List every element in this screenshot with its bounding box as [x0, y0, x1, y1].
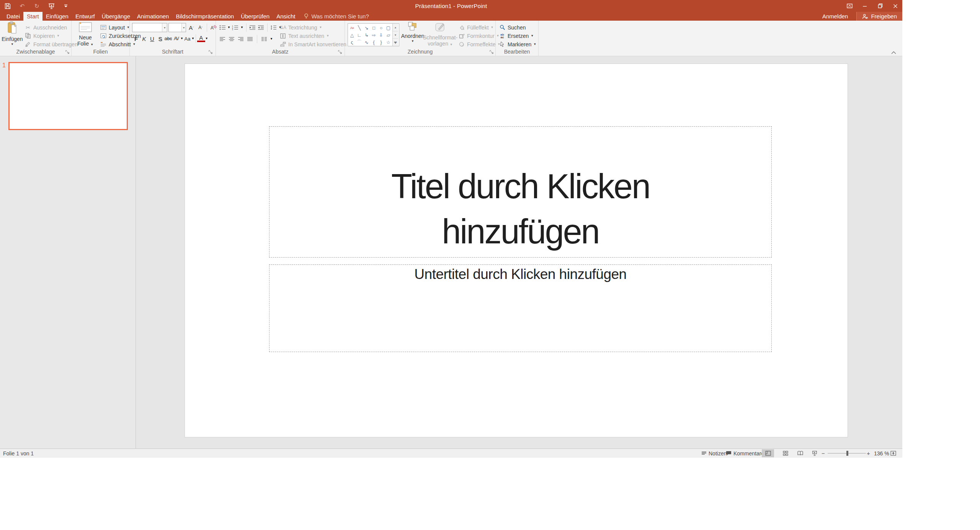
- dropdown-caret-icon[interactable]: ▼: [180, 37, 183, 40]
- share-button[interactable]: Freigeben: [856, 12, 902, 21]
- rounded-rectangle-shape[interactable]: ▢: [385, 24, 392, 31]
- paragraph-dialog-launcher-icon[interactable]: [338, 50, 343, 55]
- reading-view-icon[interactable]: [794, 449, 806, 457]
- convert-smartart-button[interactable]: In SmartArt konvertieren ▼: [279, 40, 351, 48]
- tab-datei[interactable]: Datei: [3, 12, 23, 21]
- font-color-button[interactable]: A: [197, 35, 205, 42]
- align-text-button[interactable]: Text ausrichten ▼: [279, 32, 329, 40]
- font-name-combo[interactable]: ▼: [132, 23, 167, 32]
- elbow-shape[interactable]: ∟: [356, 31, 363, 39]
- tab-uebergaenge[interactable]: Übergänge: [98, 12, 134, 21]
- font-name-input[interactable]: [132, 23, 162, 32]
- font-dialog-launcher-icon[interactable]: [208, 50, 213, 55]
- zoom-out-button[interactable]: −: [822, 449, 825, 458]
- comments-button[interactable]: Kommentare: [726, 449, 764, 458]
- align-right-icon[interactable]: [237, 36, 244, 42]
- dropdown-caret-icon[interactable]: ▼: [205, 37, 208, 40]
- text-box-shape[interactable]: A≡: [348, 24, 356, 31]
- isosceles-triangle-shape[interactable]: △: [348, 31, 356, 39]
- zoom-level[interactable]: 136 %: [874, 449, 889, 458]
- restore-icon[interactable]: [877, 3, 883, 9]
- right-brace-shape[interactable]: }: [377, 39, 385, 46]
- find-button[interactable]: Suchen: [499, 23, 526, 31]
- normal-view-icon[interactable]: [762, 449, 774, 457]
- layout-button[interactable]: Layout ▼: [100, 23, 130, 31]
- arrange-button[interactable]: Anordnen ▼: [402, 21, 424, 51]
- line-shape[interactable]: ╲: [356, 24, 363, 31]
- star-shape[interactable]: ☆: [385, 39, 392, 46]
- justify-icon[interactable]: [247, 36, 253, 42]
- arrow-shape[interactable]: ↘: [363, 24, 370, 31]
- chevron-down-icon[interactable]: ▼: [162, 23, 167, 32]
- zoom-slider[interactable]: [828, 453, 866, 453]
- dropdown-caret-icon[interactable]: ▼: [227, 26, 230, 29]
- slide-thumbnail-panel[interactable]: 1: [0, 56, 136, 448]
- slide-counter[interactable]: Folie 1 von 1: [3, 449, 34, 458]
- decrease-indent-icon[interactable]: [249, 24, 256, 31]
- tab-entwurf[interactable]: Entwurf: [72, 12, 98, 21]
- dropdown-caret-icon[interactable]: ▼: [240, 26, 243, 29]
- tab-bildschirmpraesentation[interactable]: Bildschirmpräsentation: [172, 12, 237, 21]
- tab-ansicht[interactable]: Ansicht: [273, 12, 299, 21]
- italic-button[interactable]: K: [140, 34, 148, 43]
- increase-font-size-button[interactable]: Aˆ: [187, 23, 195, 32]
- elbow-arrow-shape[interactable]: ↳: [363, 31, 370, 39]
- shape-outline-button[interactable]: Formkontur ▼: [458, 32, 500, 40]
- align-left-icon[interactable]: [219, 36, 226, 42]
- right-arrow-shape[interactable]: ⇨: [370, 31, 377, 39]
- underline-button[interactable]: U: [148, 34, 156, 43]
- shape-fill-button[interactable]: Fülleffekt ▼: [458, 23, 493, 31]
- increase-indent-icon[interactable]: [258, 24, 265, 31]
- drawing-dialog-launcher-icon[interactable]: [489, 50, 494, 55]
- quick-styles-button[interactable]: Schnellformat- vorlagen ▼: [424, 21, 457, 51]
- cut-button[interactable]: ✂ Ausschneiden: [24, 23, 67, 31]
- oval-shape[interactable]: ○: [377, 24, 385, 31]
- callout-shape[interactable]: ▱: [385, 31, 392, 39]
- new-slide-button[interactable]: * Neue Folie ▼: [74, 21, 97, 51]
- collapse-ribbon-icon[interactable]: [891, 51, 896, 54]
- tab-ueberpruefen[interactable]: Überprüfen: [237, 12, 273, 21]
- slideshow-icon[interactable]: [808, 449, 821, 457]
- slide-thumbnail-selected[interactable]: [8, 62, 128, 130]
- text-shadow-button[interactable]: S: [156, 34, 164, 43]
- curve-shape[interactable]: ∿: [363, 39, 370, 46]
- font-size-input[interactable]: [169, 23, 181, 32]
- close-icon[interactable]: [892, 3, 898, 9]
- dropdown-caret-icon[interactable]: ▼: [191, 37, 194, 40]
- font-size-combo[interactable]: ▼: [168, 23, 186, 32]
- sign-in-link[interactable]: Anmelden: [822, 12, 848, 21]
- paste-button[interactable]: Einfügen ▼: [2, 21, 23, 51]
- title-placeholder[interactable]: Titel durch Klicken hinzufügen: [269, 126, 772, 258]
- format-painter-button[interactable]: Format übertragen: [24, 40, 78, 48]
- bullets-icon[interactable]: [219, 24, 226, 31]
- line-spacing-icon[interactable]: [270, 24, 277, 31]
- slide-sorter-icon[interactable]: [779, 449, 792, 457]
- scroll-down-icon[interactable]: ▼: [393, 31, 398, 39]
- zoom-slider-handle[interactable]: [846, 451, 848, 456]
- left-brace-shape[interactable]: {: [370, 39, 377, 46]
- decrease-font-size-button[interactable]: Aˇ: [196, 23, 204, 32]
- ribbon-display-options-icon[interactable]: [846, 3, 853, 9]
- gallery-more-icon[interactable]: ▬▼: [393, 39, 398, 46]
- align-center-icon[interactable]: [228, 36, 235, 42]
- change-case-button[interactable]: Aa: [183, 34, 191, 43]
- clipboard-dialog-launcher-icon[interactable]: [65, 50, 70, 55]
- fit-slide-to-window-icon[interactable]: [888, 449, 898, 457]
- select-button[interactable]: Markieren ▼: [499, 40, 536, 48]
- notes-button[interactable]: Notizen: [701, 449, 727, 458]
- arc-shape[interactable]: ⌒: [356, 39, 363, 46]
- numbering-icon[interactable]: 123: [232, 24, 239, 31]
- chevron-down-icon[interactable]: ▼: [181, 23, 186, 32]
- strikethrough-button[interactable]: abc: [164, 34, 172, 43]
- slide-canvas[interactable]: Titel durch Klicken hinzufügen Untertite…: [185, 64, 848, 437]
- tell-me-box[interactable]: Was möchten Sie tun?: [304, 12, 369, 21]
- minimize-icon[interactable]: [862, 3, 868, 9]
- dropdown-caret-icon[interactable]: ▼: [270, 38, 273, 41]
- tab-animationen[interactable]: Animationen: [134, 12, 172, 21]
- subtitle-placeholder[interactable]: Untertitel durch Klicken hinzufügen: [269, 264, 772, 352]
- scroll-up-icon[interactable]: ▲: [393, 24, 398, 31]
- text-direction-button[interactable]: ⇅A Textrichtung ▼: [279, 23, 322, 31]
- columns-icon[interactable]: [261, 36, 268, 42]
- shape-effects-button[interactable]: Formeffekte ▼: [458, 40, 500, 48]
- bold-button[interactable]: F: [132, 34, 140, 43]
